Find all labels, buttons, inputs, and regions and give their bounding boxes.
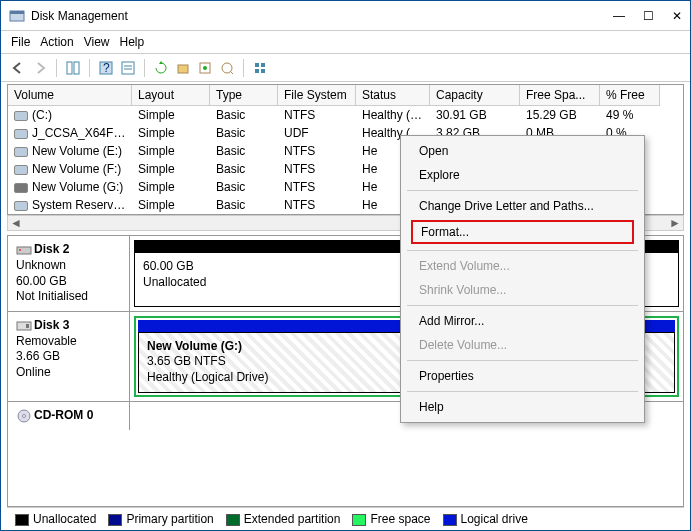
action2-icon[interactable] [196, 59, 214, 77]
volume-name: New Volume (E:) [32, 144, 122, 158]
volume-name: New Volume (F:) [32, 162, 121, 176]
forward-button[interactable] [31, 59, 49, 77]
window-title: Disk Management [31, 9, 613, 23]
volume-capacity: 30.91 GB [430, 106, 520, 124]
minimize-button[interactable]: — [613, 9, 625, 23]
ctx-open[interactable]: Open [401, 139, 644, 163]
removable-disk-icon [16, 318, 32, 334]
menu-help[interactable]: Help [120, 35, 145, 49]
svg-line-13 [230, 71, 233, 74]
disk-3-name: Disk 3 [34, 318, 69, 332]
volume-layout: Simple [132, 160, 210, 178]
disk-2-part-size: 60.00 GB [143, 259, 194, 273]
volume-pct: 49 % [600, 106, 660, 124]
disk-3-part-info: 3.65 GB NTFS [147, 354, 226, 368]
disk-3-status2: Online [16, 365, 51, 379]
volume-type: Basic [210, 196, 278, 214]
svg-rect-15 [261, 63, 265, 67]
ctx-extend: Extend Volume... [401, 254, 644, 278]
disk-2-part-state: Unallocated [143, 275, 206, 289]
drive-icon [14, 201, 28, 211]
context-menu: Open Explore Change Drive Letter and Pat… [400, 135, 645, 423]
col-filesystem[interactable]: File System [278, 85, 356, 106]
svg-rect-14 [255, 63, 259, 67]
disk-3-size: 3.66 GB [16, 349, 60, 363]
disk-3-part-name: New Volume (G:) [147, 339, 242, 353]
volume-name: (C:) [32, 108, 52, 122]
app-icon [9, 8, 25, 24]
menu-view[interactable]: View [84, 35, 110, 49]
volume-free: 15.29 GB [520, 106, 600, 124]
cdrom-icon [16, 408, 32, 424]
volume-type: Basic [210, 106, 278, 124]
col-type[interactable]: Type [210, 85, 278, 106]
disk-icon [16, 242, 32, 258]
volume-layout: Simple [132, 124, 210, 142]
scroll-right-icon[interactable]: ► [669, 216, 681, 230]
volume-type: Basic [210, 142, 278, 160]
volume-layout: Simple [132, 178, 210, 196]
svg-rect-1 [10, 11, 24, 14]
scroll-left-icon[interactable]: ◄ [10, 216, 22, 230]
svg-text:?: ? [103, 61, 110, 75]
drive-icon [14, 147, 28, 157]
col-pctfree[interactable]: % Free [600, 85, 660, 106]
drive-icon [14, 129, 28, 139]
legend-extended: Extended partition [244, 512, 341, 526]
col-capacity[interactable]: Capacity [430, 85, 520, 106]
ctx-properties[interactable]: Properties [401, 364, 644, 388]
action3-icon[interactable] [218, 59, 236, 77]
svg-rect-2 [67, 62, 72, 74]
drive-icon [14, 165, 28, 175]
volume-name: J_CCSA_X64FRE_E... [32, 126, 132, 140]
volume-fs: NTFS [278, 106, 356, 124]
ctx-explore[interactable]: Explore [401, 163, 644, 187]
close-button[interactable]: ✕ [672, 9, 682, 23]
ctx-delete: Delete Volume... [401, 333, 644, 357]
disk-2-status2: Not Initialised [16, 289, 88, 303]
legend-unallocated: Unallocated [33, 512, 96, 526]
legend-primary: Primary partition [126, 512, 213, 526]
back-button[interactable] [9, 59, 27, 77]
volume-type: Basic [210, 160, 278, 178]
action1-icon[interactable] [174, 59, 192, 77]
volume-fs: NTFS [278, 142, 356, 160]
menu-action[interactable]: Action [40, 35, 73, 49]
disk-2-status1: Unknown [16, 258, 66, 272]
help-button[interactable]: ? [97, 59, 115, 77]
toolbar: ? [1, 54, 690, 82]
disk-3-part-state: Healthy (Logical Drive) [147, 370, 268, 384]
disk-2-info: Disk 2 Unknown 60.00 GB Not Initialised [8, 236, 130, 311]
svg-rect-3 [74, 62, 79, 74]
volume-row[interactable]: (C:)SimpleBasicNTFSHealthy (B...30.91 GB… [8, 106, 683, 124]
volume-layout: Simple [132, 142, 210, 160]
svg-rect-16 [255, 69, 259, 73]
volume-layout: Simple [132, 196, 210, 214]
volume-list-header: Volume Layout Type File System Status Ca… [8, 85, 683, 106]
refresh-icon[interactable] [152, 59, 170, 77]
col-volume[interactable]: Volume [8, 85, 132, 106]
settings-icon[interactable] [251, 59, 269, 77]
col-free[interactable]: Free Spa... [520, 85, 600, 106]
ctx-add-mirror[interactable]: Add Mirror... [401, 309, 644, 333]
col-status[interactable]: Status [356, 85, 430, 106]
volume-type: Basic [210, 178, 278, 196]
volume-status: Healthy (B... [356, 106, 430, 124]
svg-point-11 [203, 66, 207, 70]
volume-type: Basic [210, 124, 278, 142]
menu-file[interactable]: File [11, 35, 30, 49]
ctx-format[interactable]: Format... [411, 220, 634, 244]
view-toggle-button[interactable] [64, 59, 82, 77]
maximize-button[interactable]: ☐ [643, 9, 654, 23]
volume-layout: Simple [132, 106, 210, 124]
ctx-change-letter[interactable]: Change Drive Letter and Paths... [401, 194, 644, 218]
volume-name: New Volume (G:) [32, 180, 123, 194]
volume-fs: NTFS [278, 196, 356, 214]
svg-point-19 [19, 249, 21, 251]
volume-fs: UDF [278, 124, 356, 142]
volume-fs: NTFS [278, 178, 356, 196]
col-layout[interactable]: Layout [132, 85, 210, 106]
ctx-help[interactable]: Help [401, 395, 644, 419]
properties-button[interactable] [119, 59, 137, 77]
cdrom-name: CD-ROM 0 [34, 408, 93, 422]
